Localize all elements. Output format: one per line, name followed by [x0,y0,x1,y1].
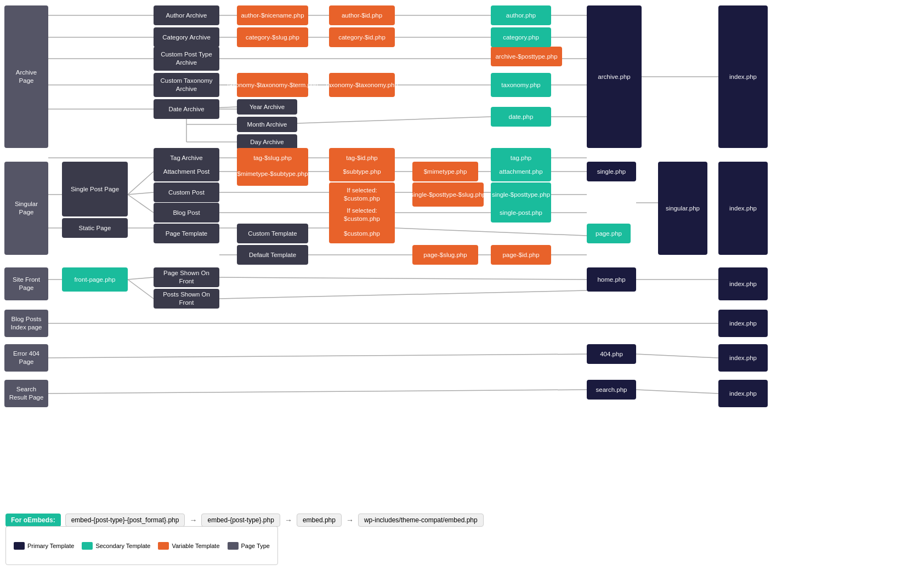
svg-line-66 [636,354,718,358]
archive-posttype-node: archive-$posttype.php [491,47,562,66]
home-php-node: home.php [587,267,636,292]
static-page-node: Static Page [62,218,128,238]
legend-primary: Primary Template [14,542,74,550]
author-php-node: author.php [491,5,551,25]
custom-post-type-archive-node: Custom Post Type Archive [154,47,219,71]
posts-shown-on-front-node: Posts Shown On Front [154,289,219,309]
category-slug-node: category-$slug.php [237,27,308,47]
index-php-search-node: index.php [718,380,768,407]
category-archive-node: Category Archive [154,27,219,47]
legend-page-type-label: Page Type [241,543,270,549]
404-php-node: 404.php [587,344,636,364]
svg-line-36 [128,195,154,213]
legend-secondary-label: Secondary Template [95,543,150,549]
svg-line-26 [297,117,491,123]
arrow-1: → [189,516,197,524]
taxonomy-slug-term-node: taxonomy-$taxonomy-$term.php [237,73,308,97]
singular-page-label: Singular Page [4,162,48,255]
default-template-node: Default Template [237,245,308,265]
oembed-item-3: wp-includes/theme-compat/embed.php [358,514,484,527]
svg-line-60 [128,280,154,299]
single-post-php-node: single-post.php [491,203,551,223]
legend-primary-label: Primary Template [27,543,74,549]
svg-line-54 [395,228,587,236]
single-post-page-node: Single Post Page [62,162,128,216]
date-archive-node: Date Archive [154,99,219,119]
day-archive-node: Day Archive [237,134,297,150]
custom-template-node: Custom Template [237,224,308,243]
custom-post-node: Custom Post [154,183,219,202]
singular-php-node: singular.php [658,162,707,255]
subtype-php-node: $subtype.php [329,162,395,181]
page-template-node: Page Template [154,224,219,243]
author-id-node: author-$id.php [329,5,395,25]
index-php-blog-node: index.php [718,310,768,337]
svg-line-68 [636,390,718,393]
mimetype-php-node: $mimetype.php [412,162,478,181]
oembeds-label: For oEmbeds: [5,514,61,527]
legend-secondary: Secondary Template [82,542,150,550]
index-php-front-node: index.php [718,267,768,300]
attachment-post-node: Attachment Post [154,162,219,181]
blog-post-node: Blog Post [154,203,219,223]
date-php-node: date.php [491,107,551,127]
custom-taxonomy-archive-node: Custom Taxonomy Archive [154,73,219,97]
category-php-node: category.php [491,27,551,47]
archive-page-label: Archive Page [4,5,48,148]
search-php-node: search.php [587,380,636,400]
taxonomy-php-node: taxonomy.php [491,73,551,97]
page-slug-node: page-$slug.php [412,245,478,265]
oembed-item-2: embed.php [297,514,342,527]
front-page-php-node: front-page.php [62,267,128,292]
page-id-node: page-$id.php [491,245,551,265]
legend-page-type: Page Type [228,542,270,550]
connector-lines [0,0,924,576]
mimetype-subtype-node: $mimetype-$subtype.php [237,162,308,186]
svg-line-61 [219,277,587,280]
svg-line-67 [48,390,587,393]
author-archive-node: Author Archive [154,5,219,25]
legend: Primary Template Secondary Template Vari… [5,526,278,565]
author-nicename-node: author-$nicename.php [237,5,308,25]
year-archive-node: Year Archive [237,99,297,115]
archive-php-node: archive.php [587,5,642,148]
month-archive-node: Month Archive [237,117,297,132]
page-shown-on-front-node: Page Shown On Front [154,267,219,287]
svg-line-62 [219,290,587,299]
page-php-node: page.php [587,224,631,243]
category-id-node: category-$id.php [329,27,395,47]
single-posttype-slug-node: single-$posttype-$slug.php [412,183,484,207]
index-php-archive-node: index.php [718,5,768,148]
custom-php-node: $custom.php [329,224,395,243]
error-404-label: Error 404 Page [4,344,48,372]
arrow-2: → [285,516,292,524]
blog-posts-index-label: Blog Posts Index page [4,310,48,337]
svg-line-35 [128,192,154,195]
arrow-3: → [346,516,354,524]
oembed-item-1: embed-{post-type}.php [201,514,280,527]
legend-variable: Variable Template [158,542,219,550]
legend-variable-label: Variable Template [172,543,219,549]
svg-line-65 [48,354,587,358]
single-php-node: single.php [587,162,636,181]
index-php-singular-node: index.php [718,162,768,255]
svg-line-34 [128,172,154,195]
oembeds-bar: For oEmbeds: embed-{post-type}-{post_for… [5,514,484,527]
index-php-404-node: index.php [718,344,768,372]
attachment-php-node: attachment.php [491,162,551,181]
site-front-page-label: Site Front Page [4,267,48,300]
main-container: Archive Page Author Archive Category Arc… [0,0,924,576]
oembed-item-0: embed-{post-type}-{post_format}.php [65,514,185,527]
taxonomy-slug-node: taxonomy-$taxonomy.php [329,73,395,97]
search-result-label: Search Result Page [4,380,48,407]
svg-line-59 [128,277,154,280]
